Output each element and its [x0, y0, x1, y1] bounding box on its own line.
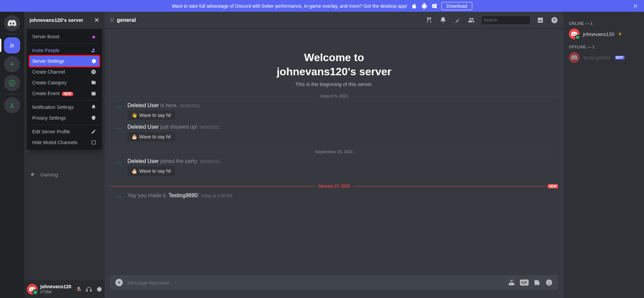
- explore-button[interactable]: [4, 75, 20, 91]
- dd-label: Server Settings: [32, 58, 64, 64]
- online-header: ONLINE — 1: [566, 17, 641, 27]
- dd-sep: [30, 125, 99, 125]
- dropdown-server-boost[interactable]: Server Boost ◈: [30, 31, 99, 42]
- msg-suffix: !: [198, 193, 199, 198]
- new-badge: NEW: [62, 92, 73, 96]
- gif-icon[interactable]: GIF: [520, 280, 529, 286]
- user-settings-icon[interactable]: [96, 286, 102, 292]
- wave-emoji: 🎂: [131, 134, 137, 139]
- dd-label: Notification Settings: [32, 104, 74, 110]
- dd-label: Edit Server Profile: [32, 129, 70, 134]
- folder-plus-icon: [91, 80, 97, 85]
- wave-button[interactable]: 🎂Wave to say hi!: [127, 166, 175, 176]
- welcome-sub: This is the beginning of this server.: [110, 81, 558, 87]
- dd-label: Hide Muted Channels: [32, 140, 77, 145]
- msg-user[interactable]: Deleted User: [127, 158, 159, 164]
- add-server-button[interactable]: [4, 56, 20, 72]
- search-box[interactable]: [482, 16, 530, 24]
- dropdown-edit-server-profile[interactable]: Edit Server Profile: [30, 126, 99, 137]
- member-testing9890[interactable]: Testing9890 BOT: [566, 51, 641, 64]
- dd-label: Create Event: [32, 91, 60, 96]
- promo-close-icon[interactable]: ✕: [633, 2, 638, 10]
- svg-point-15: [550, 282, 550, 282]
- dropdown-create-channel[interactable]: Create Channel: [30, 67, 99, 77]
- help-icon[interactable]: ?: [551, 16, 558, 24]
- dropdown-create-event[interactable]: Create EventNEW: [30, 88, 99, 99]
- wave-button[interactable]: 👋Wave to say hi!: [127, 111, 175, 120]
- user-panel-text[interactable]: johnevans120 #7264: [40, 284, 71, 294]
- pinned-icon[interactable]: [453, 16, 461, 24]
- pencil-icon: [91, 129, 97, 134]
- dd-label: Server Boost: [32, 34, 59, 39]
- notifications-icon[interactable]: [439, 16, 447, 24]
- promo-banner: Want to take full advantage of Discord w…: [0, 0, 644, 12]
- download-button[interactable]: Download: [441, 2, 472, 10]
- wave-button[interactable]: 🎂Wave to say hi!: [127, 132, 175, 141]
- emoji-icon[interactable]: [545, 279, 553, 286]
- os-icons: [411, 3, 437, 9]
- user-avatar[interactable]: [27, 284, 38, 295]
- dropdown-privacy-settings[interactable]: Privacy Settings: [30, 113, 99, 123]
- dropdown-hide-muted[interactable]: Hide Muted Channels: [30, 137, 99, 148]
- dropdown-server-settings[interactable]: Server Settings: [30, 56, 99, 67]
- dd-label: Create Category: [32, 80, 67, 85]
- inbox-icon[interactable]: [537, 16, 544, 24]
- server-johnevans120[interactable]: js: [4, 37, 20, 53]
- msg-prefix: Yay you made it,: [127, 193, 168, 198]
- search-input[interactable]: [484, 17, 540, 23]
- dropdown-create-category[interactable]: Create Category: [30, 77, 99, 88]
- android-icon[interactable]: [421, 3, 427, 9]
- join-arrow-icon: →: [117, 160, 122, 166]
- welcome-block: Welcome tojohnevans120's server This is …: [110, 51, 558, 87]
- home-button[interactable]: [4, 15, 20, 31]
- windows-icon[interactable]: [431, 3, 437, 9]
- members-toggle-icon[interactable]: [468, 16, 475, 24]
- channel-sidebar: johnevans120's server ✕ Server Boost ◈ I…: [24, 12, 105, 298]
- date-divider: August 5, 2021: [110, 94, 558, 98]
- plus-circle-icon: [91, 69, 97, 75]
- apple-icon[interactable]: [411, 3, 417, 9]
- member-name: johnevans120: [583, 31, 614, 37]
- sidebar-channel-gaming[interactable]: Gaming: [30, 171, 58, 177]
- user-panel: johnevans120 #7264: [24, 280, 105, 298]
- member-johnevans120[interactable]: johnevans120 ♛: [566, 27, 641, 41]
- dropdown-invite-people[interactable]: Invite People: [30, 45, 99, 56]
- date-divider-new: January 27, 2022NEW: [110, 184, 558, 188]
- date-text: January 27, 2022: [315, 184, 353, 188]
- message-list[interactable]: Welcome tojohnevans120's server This is …: [105, 29, 564, 275]
- welcome-line2: johnevans120's server: [277, 66, 391, 78]
- dropdown-notification-settings[interactable]: Notification Settings: [30, 102, 99, 113]
- new-divider-tag: NEW: [548, 184, 558, 188]
- server-name: johnevans120's server: [30, 17, 83, 23]
- shield-icon: [91, 115, 97, 121]
- msg-ts: 09/28/2021: [200, 159, 220, 164]
- attach-button[interactable]: +: [115, 279, 123, 286]
- msg-ts: Today at 4:06 PM: [201, 194, 232, 198]
- msg-user[interactable]: Testing9890: [168, 193, 197, 198]
- mute-icon[interactable]: [76, 286, 82, 292]
- system-message: → Deleted User is here.08/05/2021 👋Wave …: [110, 101, 558, 121]
- svg-rect-6: [91, 290, 92, 291]
- checkbox-icon: [91, 140, 97, 145]
- msg-user[interactable]: Deleted User: [127, 102, 159, 108]
- server-header[interactable]: johnevans120's server ✕: [24, 12, 105, 29]
- gift-icon[interactable]: [508, 279, 515, 286]
- msg-text: just showed up!: [159, 124, 198, 130]
- gear-icon: [91, 58, 97, 64]
- msg-ts: 08/05/2021: [180, 103, 200, 108]
- message-composer: + GIF: [110, 275, 558, 290]
- msg-user[interactable]: Deleted User: [127, 124, 159, 130]
- category-chevron-icon[interactable]: ﹀: [25, 150, 29, 154]
- join-arrow-icon: →: [117, 194, 122, 200]
- dd-sep: [30, 43, 99, 44]
- offline-header: OFFLINE — 1: [566, 41, 641, 51]
- threads-icon[interactable]: [425, 16, 433, 24]
- server-initials: js: [10, 42, 14, 48]
- download-apps-button[interactable]: [4, 97, 20, 113]
- close-dropdown-icon[interactable]: ✕: [94, 16, 99, 24]
- composer-input[interactable]: [127, 280, 503, 286]
- sticker-icon[interactable]: [533, 279, 541, 286]
- hash-icon: #: [110, 16, 114, 25]
- dd-label: Create Channel: [32, 69, 65, 75]
- deafen-icon[interactable]: [86, 286, 92, 292]
